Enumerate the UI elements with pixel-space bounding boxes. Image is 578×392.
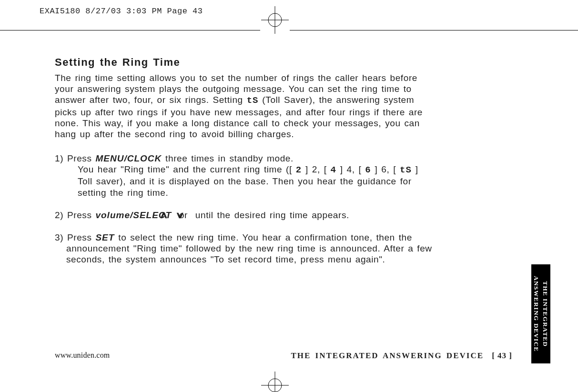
- section-title: Setting the Ring Time: [55, 56, 432, 69]
- step2-tail: until the desired ring time appears.: [192, 210, 349, 220]
- step-1: 1) Press MENU/CLOCK three times in stand…: [55, 153, 432, 198]
- imposition-slug: EXAI5180 8/27/03 3:03 PM Page 43: [40, 7, 203, 16]
- intro-paragraph: The ring time setting allows you to set …: [55, 72, 432, 140]
- step-tail: three times in standby mode.: [162, 153, 294, 163]
- toll-saver-glyph: tS: [247, 95, 259, 106]
- set-key: SET: [95, 232, 114, 242]
- footer-url: www.uniden.com: [55, 351, 110, 359]
- sep-6ts: ] 6, [: [375, 164, 396, 174]
- thumb-tab: THE INTEGRATED ANSWERING DEVICE: [531, 264, 550, 363]
- tab-line1: THE INTEGRATED: [542, 281, 549, 347]
- thumb-tab-label: THE INTEGRATED ANSWERING DEVICE: [532, 276, 550, 352]
- menu-clock-key: MENU/CLOCK: [95, 153, 162, 163]
- digit-2-glyph: 2: [296, 165, 302, 175]
- footer-chapter: THE INTEGRATED ANSWERING DEVICE: [291, 351, 484, 361]
- svg-point-3: [268, 379, 282, 392]
- step-3: 3) Press SET to select the new ring time…: [55, 232, 432, 265]
- sep-46: ] 4, [: [340, 164, 362, 174]
- step-lead: Press: [67, 210, 95, 220]
- page-body: Setting the Ring Time The ring time sett…: [55, 56, 432, 276]
- digit-6-glyph: 6: [365, 165, 371, 175]
- step-number: 2): [55, 210, 67, 220]
- step-2: 2) Press volume/SELECT ∧ or ∨ until the …: [55, 210, 432, 221]
- gap: [172, 210, 175, 220]
- registration-mark-bottom: [261, 372, 289, 392]
- step-number: 3): [55, 232, 67, 242]
- step1-line2a: You hear "Ring time" and the current rin…: [78, 164, 292, 174]
- page-footer: www.uniden.com THE INTEGRATED ANSWERING …: [55, 351, 512, 360]
- digit-4-glyph: 4: [331, 165, 336, 175]
- svg-point-0: [268, 13, 282, 27]
- step-lead: Press: [67, 232, 95, 242]
- step-number: 1): [55, 153, 67, 163]
- step3-tail: to select the new ring time. You hear a …: [66, 232, 432, 264]
- steps-list: 1) Press MENU/CLOCK three times in stand…: [55, 153, 432, 265]
- crop-line-top: [0, 30, 578, 30]
- ts-glyph-inline: tS: [400, 165, 412, 175]
- step-lead: Press: [67, 153, 95, 163]
- tab-line2: ANSWERING DEVICE: [533, 276, 540, 352]
- registration-mark-top: [261, 6, 289, 34]
- footer-page-number: [ 43 ]: [492, 351, 512, 361]
- sep-24: ] 2, [: [305, 164, 327, 174]
